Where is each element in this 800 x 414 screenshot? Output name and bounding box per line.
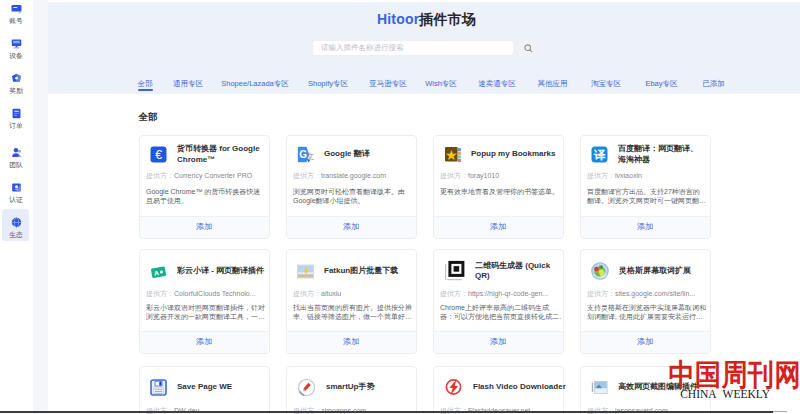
svg-text:★: ★	[445, 147, 458, 163]
svg-text:€: €	[155, 148, 162, 162]
svg-text:译: 译	[594, 149, 606, 161]
svg-text:文: 文	[306, 152, 314, 161]
